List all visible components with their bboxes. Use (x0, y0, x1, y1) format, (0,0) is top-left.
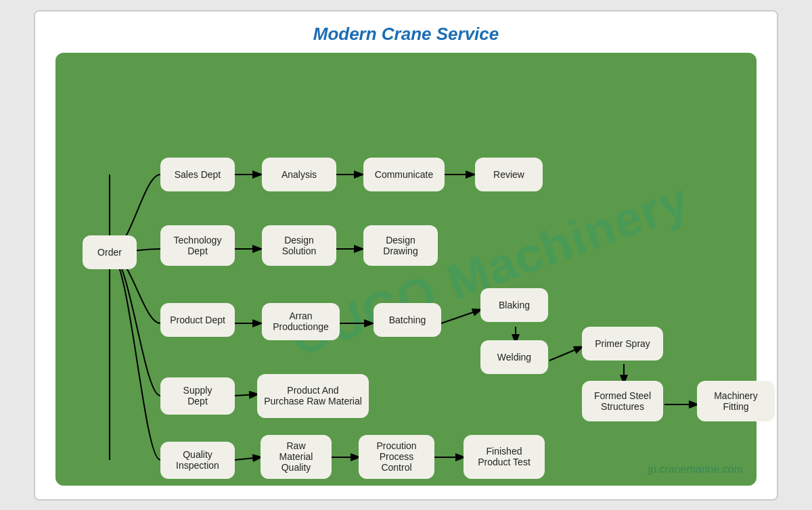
node-raw-material-quality: Raw Material Quality (261, 435, 332, 479)
svg-line-10 (549, 347, 582, 361)
node-primer-spray: Primer Spray (582, 327, 663, 361)
node-sales-dept: Sales Dept (160, 158, 235, 191)
page-title: Modern Crane Service (313, 24, 499, 44)
node-design-drawing: Design Drawing (363, 225, 438, 266)
node-supply-dept: Supply Dept (160, 377, 235, 415)
node-batching: Batching (374, 303, 441, 337)
svg-line-8 (441, 310, 480, 323)
node-order: Order (83, 235, 137, 269)
node-communicate: Communicate (363, 158, 445, 191)
green-area: OUCO Machinery jp.cranemarine.com (55, 53, 757, 486)
node-product-purchase: Product And Purchase Raw Material (257, 374, 369, 418)
node-arran-prod: Arran Productionge (262, 303, 340, 340)
node-blaking: Blaking (480, 288, 548, 322)
node-procution-process: Procution Process Control (359, 435, 434, 479)
node-quality-inspection: Quality Inspection (160, 442, 235, 479)
node-review: Review (475, 158, 543, 191)
outer-frame: Modern Crane Service OUCO Machinery jp.c… (34, 10, 778, 501)
node-design-solution: Design Solution (262, 225, 336, 266)
svg-line-14 (235, 457, 261, 460)
diagram-content: Order Sales Dept Analysis Communicate Re… (69, 73, 743, 465)
node-formed-steel: Formed Steel Structures (582, 381, 663, 421)
node-tech-dept: Technology Dept (160, 225, 235, 266)
node-machinery-fitting: Machinery Fitting (697, 381, 775, 421)
node-welding: Welding (480, 340, 548, 374)
svg-line-13 (235, 394, 257, 396)
title-area: Modern Crane Service (35, 11, 777, 53)
node-product-dept: Product Dept (160, 303, 235, 337)
node-analysis: Analysis (262, 158, 336, 191)
node-finished-product: Finished Product Test (464, 435, 545, 479)
